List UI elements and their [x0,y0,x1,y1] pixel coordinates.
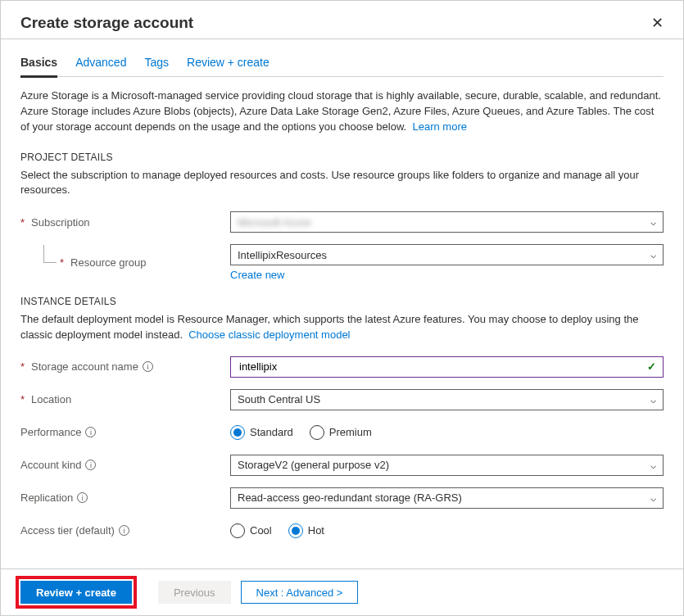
dialog-header: Create storage account ✕ [1,1,683,39]
location-control: South Central US ⌵ [230,389,664,410]
classic-deployment-link[interactable]: Choose classic deployment model [188,328,350,341]
storage-name-label-text: Storage account name [31,360,138,373]
replication-select[interactable]: Read-access geo-redundant storage (RA-GR… [230,487,664,509]
resource-group-control: IntellipixResources ⌵ Create new [230,244,664,281]
storage-name-input[interactable] [238,360,647,374]
subscription-select[interactable]: Microsoft Azure ⌵ [230,211,664,233]
intro-text: Azure Storage is a Microsoft-managed ser… [20,88,664,135]
storage-name-row: * Storage account name i ✓ [20,356,664,378]
account-kind-row: Account kind i StorageV2 (general purpos… [20,455,664,476]
account-kind-value: StorageV2 (general purpose v2) [238,459,389,471]
dialog-title: Create storage account [20,14,193,32]
access-tier-control: Cool Hot [230,523,664,538]
create-storage-dialog: Create storage account ✕ Basics Advanced… [0,0,684,616]
storage-name-input-wrap: ✓ [230,356,664,378]
radio-label: Hot [308,524,324,537]
account-kind-label: Account kind i [20,459,230,471]
project-details-desc: Select the subscription to manage deploy… [20,168,664,199]
location-select[interactable]: South Central US ⌵ [230,389,664,410]
subscription-value: Microsoft Azure [238,216,311,229]
tab-review-create[interactable]: Review + create [187,52,270,76]
account-kind-label-text: Account kind [20,459,81,471]
next-advanced-button[interactable]: Next : Advanced > [241,581,359,604]
intro-body: Azure Storage is a Microsoft-managed ser… [20,89,661,133]
subscription-control: Microsoft Azure ⌵ [230,211,664,233]
access-tier-cool-radio[interactable]: Cool [230,523,272,538]
info-icon[interactable]: i [77,492,88,503]
replication-row: Replication i Read-access geo-redundant … [20,487,664,509]
performance-label-text: Performance [20,426,81,438]
resource-group-select[interactable]: IntellipixResources ⌵ [230,244,664,265]
resource-group-value: IntellipixResources [238,249,327,261]
required-indicator: * [60,256,64,269]
radio-icon [230,523,245,538]
create-new-link[interactable]: Create new [230,269,284,281]
required-indicator: * [20,393,25,405]
resource-group-label-text: Resource group [70,256,147,269]
access-tier-row: Access tier (default) i Cool Hot [20,520,664,541]
tab-strip: Basics Advanced Tags Review + create [20,52,664,77]
indent-connector [43,245,57,263]
performance-row: Performance i Standard Premium [20,422,664,443]
performance-control: Standard Premium [230,425,664,440]
account-kind-select[interactable]: StorageV2 (general purpose v2) ⌵ [230,455,664,476]
previous-button: Previous [158,581,231,604]
resource-group-label: * Resource group [20,256,230,269]
tab-basics[interactable]: Basics [20,52,57,78]
subscription-label: * Subscription [20,216,230,229]
check-icon: ✓ [647,360,656,373]
chevron-down-icon: ⌵ [650,216,656,228]
location-value: South Central US [238,393,320,405]
resource-group-row: * Resource group IntellipixResources ⌵ C… [20,244,664,281]
storage-name-label: * Storage account name i [20,360,230,373]
radio-label: Cool [250,524,272,537]
learn-more-link[interactable]: Learn more [412,120,466,133]
location-row: * Location South Central US ⌵ [20,389,664,410]
required-indicator: * [20,360,25,373]
radio-icon [288,523,303,538]
radio-icon [310,425,324,440]
close-icon[interactable]: ✕ [651,14,664,32]
performance-radio-group: Standard Premium [230,425,664,440]
subscription-label-text: Subscription [31,216,90,229]
access-tier-label-text: Access tier (default) [20,524,115,537]
tab-advanced[interactable]: Advanced [75,52,126,76]
replication-control: Read-access geo-redundant storage (RA-GR… [230,487,664,509]
required-indicator: * [20,216,25,229]
replication-label-text: Replication [20,491,73,504]
info-icon[interactable]: i [143,361,153,372]
instance-details-heading: INSTANCE DETAILS [20,296,664,307]
review-create-button[interactable]: Review + create [20,581,132,604]
info-icon[interactable]: i [85,427,96,437]
location-label: * Location [20,393,230,405]
performance-premium-radio[interactable]: Premium [310,425,372,440]
chevron-down-icon: ⌵ [650,249,656,260]
dialog-footer: Review + create Previous Next : Advanced… [1,568,683,615]
access-tier-label: Access tier (default) i [20,524,230,537]
access-tier-radio-group: Cool Hot [230,523,664,538]
performance-label: Performance i [20,426,230,438]
account-kind-control: StorageV2 (general purpose v2) ⌵ [230,455,664,476]
instance-details-desc: The default deployment model is Resource… [20,312,664,343]
replication-value: Read-access geo-redundant storage (RA-GR… [238,491,462,504]
chevron-down-icon: ⌵ [650,394,656,405]
chevron-down-icon: ⌵ [650,460,656,471]
performance-standard-radio[interactable]: Standard [230,425,293,440]
radio-icon [230,425,245,440]
dialog-content: Basics Advanced Tags Review + create Azu… [1,39,683,568]
replication-label: Replication i [20,491,230,504]
info-icon[interactable]: i [119,525,129,536]
radio-label: Premium [329,426,372,438]
access-tier-hot-radio[interactable]: Hot [288,523,324,538]
storage-name-control: ✓ [230,356,664,378]
subscription-row: * Subscription Microsoft Azure ⌵ [20,211,664,233]
info-icon[interactable]: i [85,460,96,470]
chevron-down-icon: ⌵ [650,492,656,504]
project-details-heading: PROJECT DETAILS [20,152,664,163]
tab-tags[interactable]: Tags [144,52,169,76]
location-label-text: Location [31,393,71,405]
radio-label: Standard [250,426,293,438]
